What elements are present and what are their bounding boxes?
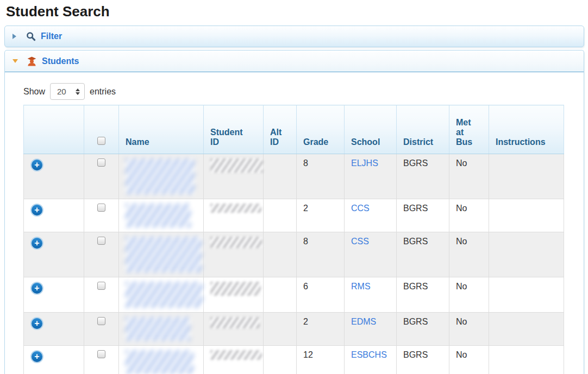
met-at-bus-value: No [456, 237, 467, 246]
plus-circle-icon[interactable] [30, 282, 43, 295]
column-header-label: Alt ID [270, 128, 282, 147]
cell-met_at_bus: No [449, 199, 489, 232]
redacted-student-id [210, 204, 261, 213]
cell-select [84, 346, 119, 374]
met-at-bus-value: No [456, 159, 467, 168]
table-row: 2CCSBGRSNo [24, 199, 564, 232]
cell-select [84, 199, 119, 232]
cell-name [119, 277, 204, 313]
students-table-body: 8ELJHSBGRSNo2CCSBGRSNo8CSSBGRSNo6RMSBGRS… [24, 154, 564, 374]
redacted-name [126, 237, 202, 272]
cell-expand [24, 313, 84, 346]
plus-circle-icon[interactable] [30, 159, 43, 172]
plus-circle-icon[interactable] [30, 237, 43, 250]
cell-student_id [204, 154, 264, 199]
grade-value: 2 [303, 204, 308, 213]
redacted-student-id [210, 159, 263, 173]
row-checkbox[interactable] [97, 282, 105, 290]
cell-name [119, 154, 204, 199]
redacted-name [126, 350, 193, 374]
cell-school: EDMS [345, 313, 397, 346]
page-size-select[interactable]: 20 [50, 83, 85, 100]
cell-expand [24, 154, 84, 199]
plus-circle-icon[interactable] [30, 204, 43, 217]
cell-name [119, 199, 204, 232]
met-at-bus-value: No [456, 282, 467, 291]
school-link[interactable]: ESBCHS [351, 350, 387, 359]
school-link[interactable]: ELJHS [351, 159, 378, 168]
column-header-district: District [397, 105, 449, 154]
column-header-label: School [351, 137, 380, 147]
graduate-student-icon [27, 56, 37, 66]
cell-school: CCS [345, 199, 397, 232]
school-link[interactable]: EDMS [351, 317, 376, 326]
cell-expand [24, 277, 84, 313]
entries-label: entries [90, 87, 116, 97]
column-header-label: Name [126, 137, 149, 147]
row-checkbox[interactable] [97, 350, 105, 358]
cell-instructions [489, 277, 564, 313]
cell-met_at_bus: No [449, 277, 489, 313]
cell-select [84, 232, 119, 277]
cell-district: BGRS [397, 346, 449, 374]
cell-grade: 2 [297, 199, 345, 232]
cell-alt_id [264, 232, 297, 277]
students-panel-body: Show 20 entries NameStudent IDAlt IDGrad… [5, 72, 584, 374]
column-header-student_id: Student ID [204, 105, 264, 154]
cell-grade: 8 [297, 154, 345, 199]
chevron-right-icon[interactable] [12, 34, 16, 39]
cell-student_id [204, 346, 264, 374]
cell-met_at_bus: No [449, 232, 489, 277]
redacted-student-id [210, 317, 260, 328]
school-link[interactable]: CCS [351, 204, 370, 213]
cell-select [84, 277, 119, 313]
students-panel-header[interactable]: Students [5, 50, 584, 72]
cell-student_id [204, 232, 264, 277]
column-header-select [84, 105, 119, 154]
table-row: 6RMSBGRSNo [24, 277, 564, 313]
cell-school: ESBCHS [345, 346, 397, 374]
cell-grade: 6 [297, 277, 345, 313]
table-row: 2EDMSBGRSNo [24, 313, 564, 346]
row-checkbox[interactable] [97, 204, 105, 212]
redacted-student-id [210, 282, 261, 296]
row-checkbox[interactable] [97, 237, 105, 245]
filter-panel-header[interactable]: Filter [4, 26, 584, 47]
school-link[interactable]: RMS [351, 282, 371, 291]
cell-select [84, 154, 119, 199]
row-checkbox[interactable] [97, 317, 105, 325]
column-header-label: Student ID [210, 128, 243, 147]
cell-met_at_bus: No [449, 313, 489, 346]
select-arrows-icon [76, 88, 80, 95]
row-checkbox[interactable] [97, 159, 105, 167]
column-header-alt_id: Alt ID [264, 105, 297, 154]
table-header-row: NameStudent IDAlt IDGradeSchoolDistrictM… [24, 105, 564, 154]
plus-circle-icon[interactable] [30, 350, 43, 363]
cell-instructions [489, 154, 564, 199]
cell-met_at_bus: No [449, 346, 489, 374]
select-all-checkbox[interactable] [97, 137, 105, 145]
table-row: 12ESBCHSBGRSNo [24, 346, 564, 374]
cell-instructions [489, 346, 564, 374]
cell-alt_id [264, 313, 297, 346]
students-table: NameStudent IDAlt IDGradeSchoolDistrictM… [23, 105, 564, 374]
cell-school: RMS [345, 277, 397, 313]
students-panel-label: Students [42, 56, 79, 66]
cell-expand [24, 346, 84, 374]
cell-district: BGRS [397, 232, 449, 277]
cell-met_at_bus: No [449, 154, 489, 199]
show-label: Show [23, 87, 45, 97]
filter-panel-label: Filter [41, 31, 62, 41]
table-length-control: Show 20 entries [23, 83, 584, 100]
chevron-down-icon[interactable] [12, 59, 18, 63]
grade-value: 2 [303, 317, 308, 326]
plus-circle-icon[interactable] [30, 317, 43, 330]
table-row: 8ELJHSBGRSNo [24, 154, 564, 199]
table-row: 8CSSBGRSNo [24, 232, 564, 277]
school-link[interactable]: CSS [351, 237, 369, 246]
cell-school: CSS [345, 232, 397, 277]
cell-alt_id [264, 277, 297, 313]
met-at-bus-value: No [456, 317, 467, 326]
cell-district: BGRS [397, 277, 449, 313]
cell-grade: 12 [297, 346, 345, 374]
